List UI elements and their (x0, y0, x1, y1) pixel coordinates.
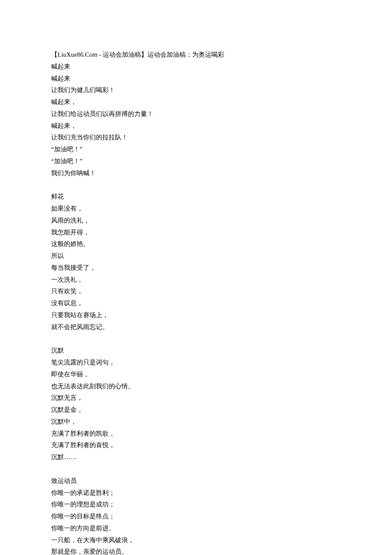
header-block: 【LiuXue86.Com - 运动会加油稿】运动会加油稿：为奥运喝彩 喊起来 … (51, 49, 341, 179)
text-line: 沉默…… (51, 451, 341, 463)
text-line: 一次洗礼， (51, 274, 341, 286)
text-line: 只有欢笑， (51, 286, 341, 298)
text-line: “加油吧！” (51, 156, 341, 168)
text-line: 我怎能开得， (51, 227, 341, 239)
text-line: 你唯一的理想是成功； (51, 499, 341, 511)
text-line: 致运动员 (51, 475, 341, 487)
text-line: 没有叹息， (51, 298, 341, 309)
section-2: 沉默 笔尖流露的只是词句， 即使在华丽， 也无法表达此刻我们的心情。 沉默无言，… (51, 345, 341, 463)
text-line: 每当我接受了， (51, 262, 341, 274)
text-line: 如果没有， (51, 203, 341, 215)
text-line: 喊起来， (51, 120, 341, 132)
text-line: 让我们为健儿们喝彩！ (51, 84, 341, 96)
text-line: 所以 (51, 250, 341, 262)
text-line: 就不会把风雨忘记。 (51, 321, 341, 333)
text-line: 鲜花 (51, 191, 341, 203)
text-line: 让我们充当你们的拉拉队！ (51, 132, 341, 144)
section-3: 致运动员 你唯一的承诺是胜利； 你唯一的理想是成功； 你唯一的目标是终点； 你唯… (51, 475, 341, 555)
text-line: 也无法表达此刻我们的心情。 (51, 381, 341, 393)
text-line: 即使在华丽， (51, 369, 341, 381)
text-line: 喊起来 (51, 61, 341, 73)
text-line: 你唯一的承诺是胜利； (51, 487, 341, 499)
text-line: 沉默无言， (51, 392, 341, 404)
text-line: 沉默是金， (51, 404, 341, 416)
text-line: 那就是你，亲爱的运动员。 (51, 546, 341, 555)
text-line: 你唯一的目标是终点； (51, 511, 341, 523)
text-line: 我们为你呐喊！ (51, 168, 341, 179)
text-line: 充满了胜利者的凯歌， (51, 428, 341, 440)
text-line: 笔尖流露的只是词句， (51, 357, 341, 369)
text-line: 喊起来 (51, 73, 341, 85)
document-page: 【LiuXue86.Com - 运动会加油稿】运动会加油稿：为奥运喝彩 喊起来 … (0, 0, 392, 555)
text-line: 沉默中， (51, 416, 341, 428)
text-line: 只要我站在赛场上， (51, 309, 341, 321)
text-line: 风雨的洗礼， (51, 215, 341, 227)
text-line: “加油吧！” (51, 144, 341, 156)
text-line: 喊起来， (51, 96, 341, 108)
text-line: 你唯一的方向是前进。 (51, 523, 341, 535)
header-line: 【LiuXue86.Com - 运动会加油稿】运动会加油稿：为奥运喝彩 (51, 49, 341, 61)
text-line: 让我们给运动员们以再拼搏的力量！ (51, 108, 341, 120)
section-0: 喊起来 喊起来 让我们为健儿们喝彩！ 喊起来， 让我们给运动员们以再拼搏的力量！… (51, 61, 341, 179)
text-line: 一只船，在大海中乘风破浪， (51, 535, 341, 546)
text-line: 沉默 (51, 345, 341, 357)
text-line: 充满了胜利者的喜悦， (51, 439, 341, 451)
section-1: 鲜花 如果没有， 风雨的洗礼， 我怎能开得， 这般的娇艳。 所以 每当我接受了，… (51, 191, 341, 333)
text-line: 这般的娇艳。 (51, 238, 341, 250)
